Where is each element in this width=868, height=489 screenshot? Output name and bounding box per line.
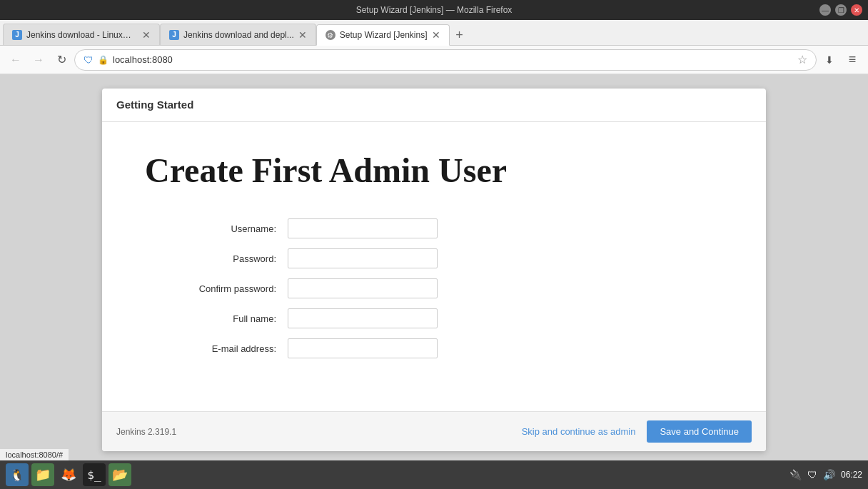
url-bar[interactable]: 🛡 🔒 localhost:8080 ☆	[74, 49, 817, 71]
panel-footer: Jenkins 2.319.1 Skip and continue as adm…	[102, 411, 766, 451]
tab-label-1: Jenkins download - LinuxMi...	[26, 30, 138, 40]
tab-jenkins-deploy[interactable]: J Jenkins download and depl... ✕	[160, 24, 316, 45]
panel-header-title: Getting Started	[116, 99, 193, 111]
password-input[interactable]	[288, 248, 438, 268]
tab-bar: J Jenkins download - LinuxMi... ✕ J Jenk…	[0, 20, 868, 46]
email-input[interactable]	[288, 338, 438, 358]
browser-icon[interactable]: 🦊	[57, 463, 80, 486]
username-input[interactable]	[288, 218, 438, 238]
tab-close-2[interactable]: ✕	[298, 29, 307, 41]
bookmark-icon[interactable]: ☆	[797, 53, 807, 66]
taskbar-right: 🔌 🛡 🔊 06:22	[789, 469, 862, 480]
reload-button[interactable]: ↻	[51, 50, 71, 70]
tab-favicon-1: J	[12, 30, 22, 40]
menu-button[interactable]: ≡	[842, 50, 862, 70]
maximize-button[interactable]: ❐	[835, 4, 847, 16]
shield-icon: 🛡	[84, 54, 94, 66]
panel-body: Create First Admin User Username: Passwo…	[102, 122, 766, 411]
jenkins-panel: Getting Started Create First Admin User …	[102, 89, 766, 451]
new-tab-button[interactable]: +	[450, 25, 470, 45]
form-row-fullname: Full name:	[145, 308, 723, 328]
system-tray-network-icon: 🔌	[789, 469, 802, 480]
tab-close-1[interactable]: ✕	[142, 29, 151, 41]
tab-jenkins-download[interactable]: J Jenkins download - LinuxMi... ✕	[3, 24, 160, 45]
url-text: localhost:8080	[113, 54, 793, 65]
tab-favicon-3: ⚙	[326, 30, 335, 40]
fullname-input[interactable]	[288, 308, 438, 328]
email-label: E-mail address:	[145, 343, 288, 354]
forward-button[interactable]: →	[29, 50, 49, 70]
footer-actions: Skip and continue as admin Save and Cont…	[522, 420, 752, 443]
password-label: Password:	[145, 253, 288, 264]
form-row-email: E-mail address:	[145, 338, 723, 358]
nav-bar: ← → ↻ 🛡 🔒 localhost:8080 ☆ ⬇ ≡	[0, 46, 868, 74]
tab-close-3[interactable]: ✕	[432, 29, 440, 41]
taskbar-left: 🐧 📁 🦊 $_ 📂	[6, 463, 131, 486]
tab-label-3: Setup Wizard [Jenkins]	[340, 30, 428, 40]
save-continue-button[interactable]: Save and Continue	[647, 420, 752, 443]
browser-content: Getting Started Create First Admin User …	[0, 74, 868, 460]
tab-favicon-2: J	[169, 30, 179, 40]
system-tray-volume-icon: 🔊	[823, 469, 835, 480]
username-label: Username:	[145, 223, 288, 234]
title-bar: Setup Wizard [Jenkins] — Mozilla Firefox…	[0, 0, 868, 20]
taskbar: 🐧 📁 🦊 $_ 📂 🔌 🛡 🔊 06:22	[0, 460, 868, 489]
status-bar: localhost:8080/#	[0, 449, 69, 460]
panel-header: Getting Started	[102, 89, 766, 122]
system-tray-security-icon: 🛡	[807, 469, 817, 480]
terminal-icon[interactable]: $_	[83, 463, 106, 486]
download-button[interactable]: ⬇	[819, 50, 839, 70]
confirm-password-label: Confirm password:	[145, 283, 288, 294]
fullname-label: Full name:	[145, 313, 288, 324]
title-bar-controls: — ❐ ✕	[819, 4, 862, 16]
confirm-password-input[interactable]	[288, 278, 438, 298]
title-bar-title: Setup Wizard [Jenkins] — Mozilla Firefox	[49, 5, 819, 15]
form-row-confirm-password: Confirm password:	[145, 278, 723, 298]
lock-icon: 🔒	[98, 55, 108, 65]
folder-icon[interactable]: 📂	[108, 463, 131, 486]
form-row-password: Password:	[145, 248, 723, 268]
back-button[interactable]: ←	[6, 50, 26, 70]
skip-link[interactable]: Skip and continue as admin	[522, 426, 636, 437]
version-label: Jenkins 2.319.1	[116, 427, 176, 437]
tab-label-2: Jenkins download and depl...	[183, 30, 294, 40]
form-row-username: Username:	[145, 218, 723, 238]
minimize-button[interactable]: —	[819, 4, 831, 16]
create-admin-heading: Create First Admin User	[145, 151, 723, 190]
file-manager-icon[interactable]: 📁	[31, 463, 54, 486]
tab-setup-wizard[interactable]: ⚙ Setup Wizard [Jenkins] ✕	[316, 24, 450, 46]
start-menu-icon[interactable]: 🐧	[6, 463, 29, 486]
close-button[interactable]: ✕	[851, 4, 862, 16]
clock: 06:22	[841, 470, 862, 480]
